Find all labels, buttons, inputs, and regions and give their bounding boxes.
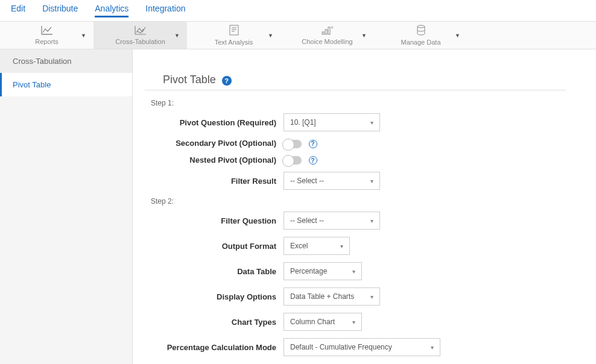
chevron-down-icon: ▾ <box>370 178 373 184</box>
svg-rect-6 <box>328 27 330 34</box>
label-filter-result: Filter Result <box>145 177 284 186</box>
caret-down-icon: ▼ <box>455 33 460 39</box>
choice-modelling-icon <box>322 25 334 37</box>
select-pivot-question[interactable]: 10. [Q1] ▾ <box>284 113 380 131</box>
info-icon[interactable]: ? <box>309 156 317 165</box>
text-analysis-icon <box>229 25 239 37</box>
chevron-down-icon: ▾ <box>370 119 373 126</box>
page-header: Pivot Table ? <box>163 74 566 86</box>
sidebar-item-pivot-table[interactable]: Pivot Table <box>0 73 132 96</box>
select-value: -- Select -- <box>290 216 324 225</box>
row-display-options: Display Options Data Table + Charts ▾ <box>145 287 566 306</box>
toolbar-label: Reports <box>35 38 59 45</box>
row-pivot-question: Pivot Question (Required) 10. [Q1] ▾ <box>145 113 566 131</box>
label-display-options: Display Options <box>145 292 284 301</box>
info-icon[interactable]: ? <box>309 140 317 148</box>
label-data-table: Data Table <box>145 267 284 276</box>
select-value: -- Select -- <box>290 177 324 185</box>
toolbar: Reports ▼ Cross-Tabulation ▼ Text Analys… <box>0 22 596 49</box>
label-pivot-question: Pivot Question (Required) <box>145 118 284 127</box>
svg-rect-0 <box>230 25 238 35</box>
toolbar-label: Choice Modelling <box>302 38 352 45</box>
svg-rect-5 <box>325 30 327 34</box>
toolbar-text-analysis[interactable]: Text Analysis ▼ <box>187 22 281 49</box>
nav-distribute[interactable]: Distribute <box>42 4 78 17</box>
select-value: Default - Cumulative Frequency <box>290 343 392 351</box>
toolbar-choice-modelling[interactable]: Choice Modelling ▼ <box>281 22 374 49</box>
row-perc-calc-mode: Percentage Calculation Mode Default - Cu… <box>145 338 566 356</box>
divider <box>145 90 566 90</box>
label-chart-types: Chart Types <box>145 318 284 327</box>
chart-icon <box>41 25 53 37</box>
main: Cross-Tabulation Pivot Table Pivot Table… <box>0 49 596 364</box>
top-nav: Edit Distribute Analytics Integration <box>0 0 596 22</box>
step1-label: Step 1: <box>151 99 566 107</box>
toolbar-cross-tabulation[interactable]: Cross-Tabulation ▼ <box>94 22 187 49</box>
label-filter-question: Filter Question <box>145 216 284 225</box>
label-output-format: Output Format <box>145 242 284 251</box>
nav-integration[interactable]: Integration <box>145 4 185 17</box>
select-output-format[interactable]: Excel ▾ <box>284 237 350 255</box>
row-secondary-pivot: Secondary Pivot (Optional) ? <box>145 139 566 148</box>
toggle-nested-pivot[interactable] <box>284 156 302 165</box>
step2-label: Step 2: <box>151 197 566 206</box>
row-chart-types: Chart Types Column Chart ▾ <box>145 313 566 331</box>
nav-analytics[interactable]: Analytics <box>95 4 128 17</box>
select-perc-calc-mode[interactable]: Default - Cumulative Frequency ▾ <box>284 338 440 356</box>
help-icon[interactable]: ? <box>222 76 232 86</box>
toolbar-manage-data[interactable]: Manage Data ▼ <box>374 22 468 49</box>
row-output-format: Output Format Excel ▾ <box>145 237 566 255</box>
caret-down-icon: ▼ <box>81 33 86 39</box>
row-nested-pivot: Nested Pivot (Optional) ? <box>145 155 566 165</box>
svg-rect-4 <box>322 32 324 34</box>
label-secondary-pivot: Secondary Pivot (Optional) <box>145 139 284 148</box>
toolbar-reports[interactable]: Reports ▼ <box>0 22 94 49</box>
row-filter-question: Filter Question -- Select -- ▾ <box>145 212 566 230</box>
label-perc-calc-mode: Percentage Calculation Mode <box>145 343 284 352</box>
select-value: Column Chart <box>290 318 335 326</box>
row-data-table: Data Table Percentage ▾ <box>145 262 566 280</box>
select-data-table[interactable]: Percentage ▾ <box>284 262 362 280</box>
chevron-down-icon: ▾ <box>431 344 434 351</box>
sidebar: Cross-Tabulation Pivot Table <box>0 49 133 364</box>
page-title: Pivot Table <box>163 74 216 86</box>
select-filter-question[interactable]: -- Select -- ▾ <box>284 212 380 230</box>
select-chart-types[interactable]: Column Chart ▾ <box>284 313 362 331</box>
toggle-secondary-pivot[interactable] <box>284 140 302 148</box>
select-display-options[interactable]: Data Table + Charts ▾ <box>284 287 380 306</box>
toolbar-label: Cross-Tabulation <box>115 38 165 45</box>
label-nested-pivot: Nested Pivot (Optional) <box>145 155 284 165</box>
caret-down-icon: ▼ <box>361 33 367 39</box>
toolbar-label: Text Analysis <box>215 39 253 46</box>
chevron-down-icon: ▾ <box>340 243 343 249</box>
sidebar-item-cross-tabulation[interactable]: Cross-Tabulation <box>0 49 132 73</box>
toolbar-label: Manage Data <box>401 39 440 46</box>
row-filter-result: Filter Result -- Select -- ▾ <box>145 172 566 190</box>
cross-tab-icon <box>135 25 147 37</box>
content: Pivot Table ? Step 1: Pivot Question (Re… <box>133 49 596 364</box>
select-value: Excel <box>290 242 308 250</box>
nav-edit[interactable]: Edit <box>11 4 25 17</box>
select-value: Data Table + Charts <box>290 292 354 301</box>
select-value: 10. [Q1] <box>290 118 316 127</box>
caret-down-icon: ▼ <box>174 33 180 39</box>
chevron-down-icon: ▾ <box>352 319 355 325</box>
chevron-down-icon: ▾ <box>370 218 373 224</box>
select-value: Percentage <box>290 267 327 275</box>
database-icon <box>416 25 426 37</box>
chevron-down-icon: ▾ <box>352 268 355 275</box>
chevron-down-icon: ▾ <box>370 293 373 300</box>
select-filter-result[interactable]: -- Select -- ▾ <box>284 172 380 190</box>
caret-down-icon: ▼ <box>268 33 273 39</box>
svg-point-7 <box>417 25 425 28</box>
